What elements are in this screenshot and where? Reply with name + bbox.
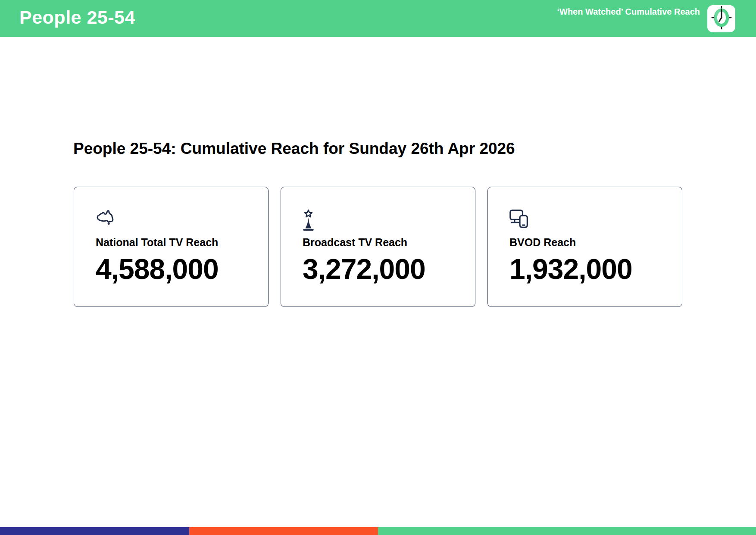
card-value: 3,272,000 xyxy=(303,255,463,283)
clock-icon xyxy=(711,6,732,31)
card-label: Broadcast TV Reach xyxy=(303,237,463,249)
footer-segment-blue xyxy=(0,527,189,535)
header-right-group: ‘When Watched’ Cumulative Reach xyxy=(557,5,735,32)
page-audience-title: People 25-54 xyxy=(19,8,135,27)
reach-cards-row: National Total TV Reach 4,588,000 Broadc… xyxy=(74,187,682,307)
card-bvod-reach: BVOD Reach 1,932,000 xyxy=(487,187,682,307)
broadcast-tower-icon xyxy=(303,210,463,232)
page-title: People 25-54: Cumulative Reach for Sunda… xyxy=(73,140,515,158)
card-broadcast-tv-reach: Broadcast TV Reach 3,272,000 xyxy=(281,187,475,307)
australia-map-icon xyxy=(96,210,256,232)
card-value: 4,588,000 xyxy=(96,255,256,283)
header-tagline: ‘When Watched’ Cumulative Reach xyxy=(557,7,700,17)
header-bar: People 25-54 ‘When Watched’ Cumulative R… xyxy=(0,0,756,37)
devices-icon xyxy=(509,210,670,232)
footer-segment-orange xyxy=(189,527,378,535)
card-value: 1,932,000 xyxy=(509,255,670,283)
clock-logo-badge xyxy=(707,5,735,32)
footer-segment-green xyxy=(378,527,756,535)
card-label: National Total TV Reach xyxy=(96,237,256,249)
card-national-total-tv-reach: National Total TV Reach 4,588,000 xyxy=(74,187,269,307)
card-label: BVOD Reach xyxy=(509,237,670,249)
footer-color-stripe xyxy=(0,527,756,535)
